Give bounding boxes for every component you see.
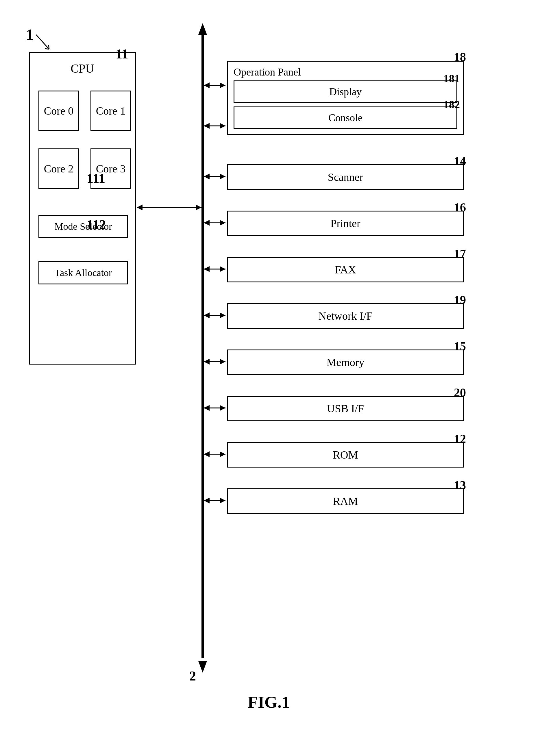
ref-20: 20 (454, 386, 466, 400)
svg-marker-21 (220, 220, 226, 226)
ref-17: 17 (454, 247, 466, 261)
core0-box: Core 0 (38, 91, 79, 131)
ref-112: 112 (87, 217, 106, 232)
ref-181: 181 (443, 72, 460, 85)
mode-selector-box: Mode Selector (38, 215, 128, 238)
display-box: 181 Display (234, 80, 457, 103)
svg-marker-29 (204, 359, 210, 365)
svg-line-0 (36, 35, 49, 49)
fig-label: FIG.1 (248, 692, 290, 712)
svg-marker-15 (220, 123, 226, 129)
ram-box: 13 RAM (227, 488, 464, 514)
ref-14: 14 (454, 154, 466, 168)
svg-marker-3 (198, 23, 207, 35)
ref-13: 13 (454, 478, 466, 492)
svg-marker-23 (204, 266, 210, 272)
svg-marker-38 (204, 498, 210, 503)
svg-marker-36 (220, 451, 226, 457)
svg-marker-4 (198, 661, 207, 673)
svg-marker-11 (204, 82, 210, 88)
svg-marker-39 (220, 498, 226, 503)
ref-182: 182 (443, 98, 460, 111)
svg-marker-9 (196, 205, 202, 210)
ref-12: 12 (454, 432, 466, 446)
memory-box: 15 Memory (227, 350, 464, 375)
svg-marker-20 (204, 220, 210, 226)
operation-panel-box: 18 Operation Panel 181 Display 182 Conso… (227, 61, 464, 135)
ref-15: 15 (454, 339, 466, 353)
printer-box: 16 Printer (227, 211, 464, 236)
svg-marker-27 (220, 312, 226, 318)
svg-marker-12 (220, 82, 226, 88)
svg-line-1 (45, 49, 49, 49)
ref-1: 1 (26, 26, 34, 43)
core2-box: Core 2 (38, 148, 79, 189)
svg-marker-14 (204, 123, 210, 129)
svg-marker-18 (220, 174, 226, 179)
ref-19: 19 (454, 293, 466, 307)
svg-marker-32 (204, 405, 210, 411)
operation-panel-label: Operation Panel (228, 62, 463, 80)
scanner-box: 14 Scanner (227, 164, 464, 190)
cpu-label: CPU (71, 62, 94, 76)
svg-marker-26 (204, 312, 210, 318)
svg-marker-33 (220, 405, 226, 411)
fax-box: 17 FAX (227, 257, 464, 282)
ref-18: 18 (454, 50, 466, 64)
ref-2: 2 (189, 668, 196, 684)
network-if-box: 19 Network I/F (227, 303, 464, 329)
svg-marker-24 (220, 266, 226, 272)
rom-box: 12 ROM (227, 442, 464, 468)
ref-16: 16 (454, 201, 466, 214)
svg-marker-8 (137, 205, 143, 210)
cpu-box: CPU Core 0 Core 1 Core 2 Core 3 Mode Sel… (29, 52, 136, 365)
task-allocator-box: Task Allocator (38, 261, 128, 284)
ref-11: 11 (116, 46, 128, 62)
svg-marker-30 (220, 359, 226, 365)
svg-line-2 (49, 45, 49, 49)
console-box: 182 Console (234, 106, 457, 129)
core1-box: Core 1 (91, 91, 131, 131)
ref-111: 111 (87, 171, 105, 186)
usb-if-box: 20 USB I/F (227, 396, 464, 421)
svg-marker-35 (204, 451, 210, 457)
svg-marker-17 (204, 174, 210, 179)
